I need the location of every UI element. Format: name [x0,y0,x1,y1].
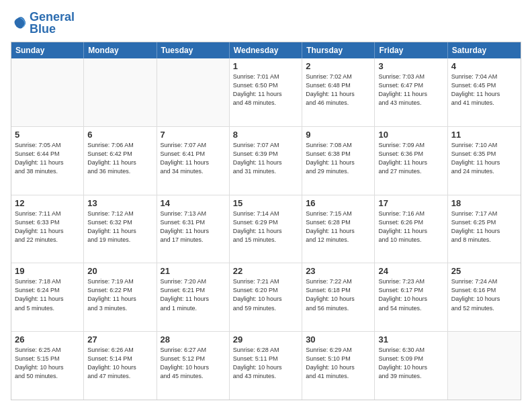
header-day-tuesday: Tuesday [157,42,230,58]
calendar-day-6: 6Sunrise: 7:06 AM Sunset: 6:42 PM Daylig… [84,127,157,195]
calendar-day-4: 4Sunrise: 7:04 AM Sunset: 6:45 PM Daylig… [448,58,521,126]
calendar-day-14: 14Sunrise: 7:13 AM Sunset: 6:31 PM Dayli… [157,195,230,263]
day-number: 3 [378,61,443,71]
calendar-day-3: 3Sunrise: 7:03 AM Sunset: 6:47 PM Daylig… [375,58,447,126]
day-info: Sunrise: 7:20 AM Sunset: 6:21 PM Dayligh… [161,277,226,312]
day-info: Sunrise: 7:18 AM Sunset: 6:24 PM Dayligh… [15,277,80,312]
calendar-day-2: 2Sunrise: 7:02 AM Sunset: 6:48 PM Daylig… [302,58,375,126]
calendar-day-25: 25Sunrise: 7:24 AM Sunset: 6:16 PM Dayli… [448,263,521,331]
calendar-empty-cell [157,58,230,126]
day-number: 26 [15,334,80,345]
day-info: Sunrise: 7:21 AM Sunset: 6:20 PM Dayligh… [233,277,298,312]
calendar-day-11: 11Sunrise: 7:10 AM Sunset: 6:35 PM Dayli… [448,127,521,195]
day-info: Sunrise: 7:15 AM Sunset: 6:28 PM Dayligh… [306,210,371,244]
calendar-day-20: 20Sunrise: 7:19 AM Sunset: 6:22 PM Dayli… [84,263,157,331]
calendar-body: 1Sunrise: 7:01 AM Sunset: 6:50 PM Daylig… [11,58,521,400]
calendar-week-5: 26Sunrise: 6:25 AM Sunset: 5:15 PM Dayli… [11,331,521,400]
day-number: 20 [87,266,152,276]
day-number: 8 [233,130,298,140]
day-number: 14 [161,198,226,208]
calendar-header: SundayMondayTuesdayWednesdayThursdayFrid… [11,42,521,58]
day-number: 1 [233,61,298,71]
day-number: 12 [15,198,80,208]
day-number: 30 [306,334,371,345]
calendar-day-31: 31Sunrise: 6:30 AM Sunset: 5:09 PM Dayli… [375,332,447,400]
calendar-day-9: 9Sunrise: 7:08 AM Sunset: 6:38 PM Daylig… [302,127,375,195]
day-number: 19 [15,266,80,276]
day-info: Sunrise: 7:14 AM Sunset: 6:29 PM Dayligh… [233,210,298,244]
day-number: 25 [451,266,517,276]
calendar-day-23: 23Sunrise: 7:22 AM Sunset: 6:18 PM Dayli… [302,263,375,331]
day-info: Sunrise: 7:02 AM Sunset: 6:48 PM Dayligh… [306,73,371,107]
calendar-week-3: 12Sunrise: 7:11 AM Sunset: 6:33 PM Dayli… [11,195,521,263]
calendar-day-21: 21Sunrise: 7:20 AM Sunset: 6:21 PM Dayli… [157,263,230,331]
day-number: 16 [306,198,371,208]
day-info: Sunrise: 7:12 AM Sunset: 6:32 PM Dayligh… [87,210,152,244]
header-day-friday: Friday [375,42,447,58]
logo: General Blue [11,11,75,35]
calendar-empty-cell [11,58,84,126]
calendar-week-1: 1Sunrise: 7:01 AM Sunset: 6:50 PM Daylig… [11,58,521,126]
day-info: Sunrise: 7:07 AM Sunset: 6:39 PM Dayligh… [233,141,298,176]
calendar-day-16: 16Sunrise: 7:15 AM Sunset: 6:28 PM Dayli… [302,195,375,263]
calendar-day-26: 26Sunrise: 6:25 AM Sunset: 5:15 PM Dayli… [11,332,84,400]
calendar: SundayMondayTuesdayWednesdayThursdayFrid… [11,42,521,400]
day-info: Sunrise: 7:04 AM Sunset: 6:45 PM Dayligh… [451,73,517,107]
calendar-empty-cell [84,58,157,126]
calendar-day-29: 29Sunrise: 6:28 AM Sunset: 5:11 PM Dayli… [230,332,302,400]
day-info: Sunrise: 7:13 AM Sunset: 6:31 PM Dayligh… [161,210,226,244]
day-number: 18 [451,198,517,208]
calendar-week-2: 5Sunrise: 7:05 AM Sunset: 6:44 PM Daylig… [11,126,521,195]
day-info: Sunrise: 7:23 AM Sunset: 6:17 PM Dayligh… [378,277,443,312]
calendar-day-24: 24Sunrise: 7:23 AM Sunset: 6:17 PM Dayli… [375,263,447,331]
day-info: Sunrise: 7:24 AM Sunset: 6:16 PM Dayligh… [451,277,517,312]
day-number: 27 [87,334,152,345]
calendar-day-22: 22Sunrise: 7:21 AM Sunset: 6:20 PM Dayli… [230,263,302,331]
header-day-wednesday: Wednesday [230,42,302,58]
day-info: Sunrise: 7:05 AM Sunset: 6:44 PM Dayligh… [15,141,80,176]
day-info: Sunrise: 6:29 AM Sunset: 5:10 PM Dayligh… [306,346,371,381]
logo-text: General Blue [30,11,75,35]
day-number: 21 [161,266,226,276]
day-info: Sunrise: 7:22 AM Sunset: 6:18 PM Dayligh… [306,277,371,312]
calendar-day-17: 17Sunrise: 7:16 AM Sunset: 6:26 PM Dayli… [375,195,447,263]
calendar-day-18: 18Sunrise: 7:17 AM Sunset: 6:25 PM Dayli… [448,195,521,263]
calendar-day-1: 1Sunrise: 7:01 AM Sunset: 6:50 PM Daylig… [230,58,302,126]
calendar-day-15: 15Sunrise: 7:14 AM Sunset: 6:29 PM Dayli… [230,195,302,263]
day-number: 23 [306,266,371,276]
header-day-sunday: Sunday [11,42,84,58]
day-number: 29 [233,334,298,345]
day-number: 31 [378,334,443,345]
day-info: Sunrise: 7:07 AM Sunset: 6:41 PM Dayligh… [161,141,226,176]
day-info: Sunrise: 7:08 AM Sunset: 6:38 PM Dayligh… [306,141,371,176]
header-day-saturday: Saturday [448,42,521,58]
day-number: 13 [87,198,152,208]
day-number: 17 [378,198,443,208]
day-number: 28 [161,334,226,345]
day-info: Sunrise: 6:26 AM Sunset: 5:14 PM Dayligh… [87,346,152,381]
day-info: Sunrise: 7:06 AM Sunset: 6:42 PM Dayligh… [87,141,152,176]
day-number: 24 [378,266,443,276]
calendar-day-8: 8Sunrise: 7:07 AM Sunset: 6:39 PM Daylig… [230,127,302,195]
calendar-day-10: 10Sunrise: 7:09 AM Sunset: 6:36 PM Dayli… [375,127,447,195]
day-info: Sunrise: 7:10 AM Sunset: 6:35 PM Dayligh… [451,141,517,176]
day-info: Sunrise: 6:30 AM Sunset: 5:09 PM Dayligh… [378,346,443,381]
day-number: 11 [451,130,517,140]
day-number: 10 [378,130,443,140]
day-number: 5 [15,130,80,140]
day-info: Sunrise: 7:19 AM Sunset: 6:22 PM Dayligh… [87,277,152,312]
day-info: Sunrise: 6:27 AM Sunset: 5:12 PM Dayligh… [161,346,226,381]
day-number: 15 [233,198,298,208]
day-info: Sunrise: 7:11 AM Sunset: 6:33 PM Dayligh… [15,210,80,244]
day-number: 2 [306,61,371,71]
calendar-week-4: 19Sunrise: 7:18 AM Sunset: 6:24 PM Dayli… [11,263,521,331]
calendar-day-13: 13Sunrise: 7:12 AM Sunset: 6:32 PM Dayli… [84,195,157,263]
day-info: Sunrise: 6:25 AM Sunset: 5:15 PM Dayligh… [15,346,80,381]
calendar-day-19: 19Sunrise: 7:18 AM Sunset: 6:24 PM Dayli… [11,263,84,331]
day-number: 4 [451,61,517,71]
header-day-thursday: Thursday [302,42,375,58]
day-info: Sunrise: 7:16 AM Sunset: 6:26 PM Dayligh… [378,210,443,244]
day-info: Sunrise: 7:01 AM Sunset: 6:50 PM Dayligh… [233,73,298,107]
calendar-day-12: 12Sunrise: 7:11 AM Sunset: 6:33 PM Dayli… [11,195,84,263]
header-day-monday: Monday [84,42,157,58]
